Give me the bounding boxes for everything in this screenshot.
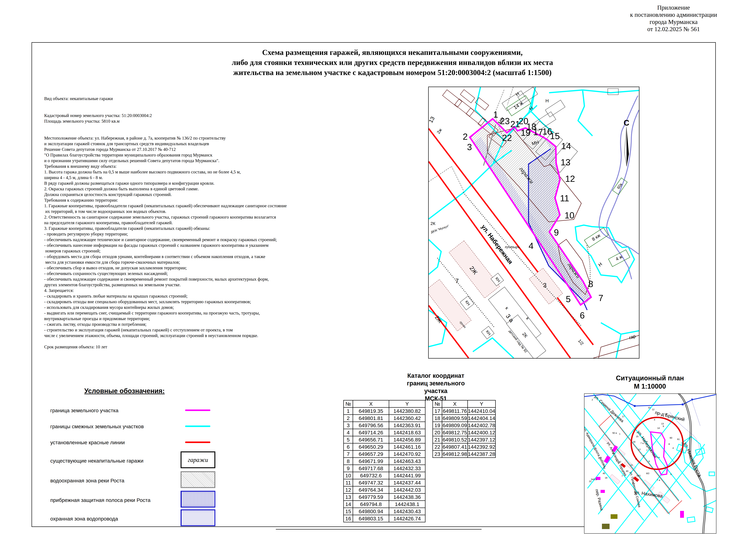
sitplan-number: 16: [603, 467, 605, 469]
coord-row: 15649800.941442430.43: [344, 508, 425, 515]
sitplan-number: 14: [664, 412, 667, 415]
coord-row: 22649807.411442392.92: [433, 443, 496, 451]
legend-swatch-coast: [180, 491, 215, 508]
map-vertex-number: 9: [554, 227, 559, 237]
coord-table-2-body: 17649811.761442410.0418649809.591442404.…: [433, 408, 496, 458]
coord-catalog-title: Каталог координат границ земельного учас…: [375, 372, 497, 402]
sitplan-map: ул. Семена Дежневапр-д Брянскийул. Нижня…: [584, 393, 716, 534]
sitplan-number: 45: [603, 472, 605, 475]
coord-row: 9649717.681442432.33: [344, 465, 425, 472]
coord-row: 20649812.751442400.12: [433, 429, 496, 436]
sitplan-number: 4: [672, 447, 674, 449]
map-region-label: 3: [543, 282, 547, 289]
sitplan-number: 12: [652, 408, 655, 411]
coord-row: 5649656.711442456.89: [344, 436, 425, 443]
sitplan-number: 44: [612, 452, 615, 455]
coord-row: 8649671.991442463.43: [344, 458, 425, 465]
sitplan-number: 7: [646, 449, 647, 452]
map-vertex-number: 7: [598, 293, 603, 303]
legend-swatch-red-line: [185, 441, 210, 443]
sitplan-number: 6: [649, 460, 650, 463]
legend-title: Условные обозначения:: [64, 387, 185, 395]
coord-table-1: № X Y 1649819.351442380.822649801.811442…: [343, 400, 425, 522]
sitplan-number: 11: [631, 464, 633, 466]
legend-label-adjacent: границы смежных земельных участков: [50, 424, 181, 430]
map-vertex-number: 6: [580, 310, 585, 320]
sitplan-number: 40: [626, 470, 629, 472]
sitplan-number: 7 а: [640, 442, 644, 444]
legend-swatch-waterzone: [180, 471, 215, 488]
object-info-text: Вид объекта: некапитальные гаражи Кадаст…: [44, 96, 372, 350]
catalog-title-line: участка: [375, 387, 497, 395]
legend-garage-sample-text: гаражи: [188, 456, 208, 464]
map-region-label: 1/2: [577, 338, 584, 346]
sitplan-number: 7 а: [657, 479, 660, 481]
map-vertex-number: 13: [561, 157, 571, 167]
coord-row: 18649809.591442404.14: [433, 415, 496, 422]
map-region-label: 8 кж: [591, 233, 601, 242]
sitplan-number: 3 а: [657, 456, 660, 459]
sitplan-number: 20: [598, 457, 601, 459]
page-title: Схема размещения гаражей, являющихся нек…: [68, 47, 716, 77]
col-header-y: Y: [389, 400, 425, 408]
col-header-x: X: [442, 400, 468, 408]
title-line: Схема размещения гаражей, являющихся нек…: [68, 47, 716, 57]
map-region-label: С: [624, 118, 629, 127]
coord-row: 1649819.351442380.82: [344, 408, 425, 415]
sitplan-title-line: М 1:10000: [584, 382, 716, 390]
map-vertex-number: 11: [560, 193, 569, 203]
sitplan-svg: ул. Семена Дежневапр-д Брянскийул. Нижня…: [584, 394, 716, 533]
map-vertex-number: 1: [493, 109, 498, 119]
col-header-num: №: [433, 400, 442, 408]
site-plan-map: гаражигаражиМНМННННН14 ж8 кж4 ж60кпустыр…: [428, 87, 639, 358]
map-region-label: 13: [429, 115, 436, 124]
legend-swatch-adjacent-line: [185, 426, 210, 427]
sitplan-number: 1: [619, 433, 620, 435]
catalog-title-line: границ земельного: [375, 380, 497, 387]
legend-label-pipe: охранная зона водопровода: [50, 516, 181, 522]
coord-row: 11649747.321442437.44: [344, 479, 425, 486]
sitplan-number: 60: [670, 436, 672, 439]
sitplan-street-label: ул. Нижняя Роста: [683, 441, 703, 477]
sitplan-number: 22: [589, 480, 592, 483]
sitplan-number: 12: [638, 448, 641, 451]
title-line: жительства на земельном участке с кадаст…: [68, 68, 716, 77]
legend-swatch-pipe: [180, 509, 215, 526]
sitplan-location-circle: [631, 417, 683, 469]
col-header-num: №: [344, 400, 353, 408]
sitplan-street-label: ул. Адмирала флота Лобова: [584, 427, 607, 468]
legend-label-parcel: граница земельного участка: [50, 408, 181, 413]
col-header-y: Y: [468, 400, 496, 408]
map-vertex-number: 4: [528, 241, 533, 251]
sitplan-number: 14: [657, 427, 660, 429]
sitplan-street-label: ул. Набережная: [636, 430, 658, 459]
sitplan-number: 9: [635, 458, 636, 460]
coord-row: 17649811.761442410.04: [433, 408, 496, 415]
sitplan-number: 7: [622, 475, 623, 477]
legend-swatch-garage-box: гаражи: [180, 451, 215, 468]
map-vertex-number: 10: [565, 210, 575, 220]
sitplan-number: 17: [622, 415, 625, 418]
coord-row: 10649732.61442441.99: [344, 472, 425, 479]
sitplan-number: 50 а: [612, 432, 617, 434]
appendix-header: Приложение к постановлению администрации…: [585, 4, 756, 33]
map-region-label: пустырь: [505, 245, 520, 249]
map-vertex-number: 2: [463, 132, 468, 142]
legend-label-garages: существующие некапитальные гаражи: [50, 458, 181, 464]
coord-row: 4649714.261442418.63: [344, 429, 425, 436]
coord-row: 21649810.521442397.12: [433, 436, 496, 443]
col-header-x: X: [353, 400, 389, 408]
sitplan-number: 42: [619, 461, 621, 463]
legend-label-redlines: установленные красные линии: [50, 439, 181, 445]
sitplan-number: 8: [643, 454, 644, 457]
coord-row: 7649657.291442470.92: [344, 451, 425, 458]
coord-row: 23649812.981442387.28: [433, 451, 496, 458]
map-vertex-number: 23: [500, 116, 510, 126]
appendix-line: к постановлению администрации: [585, 11, 756, 18]
map-region-label: 7: [455, 278, 459, 284]
map-vertex-number: 22: [502, 133, 512, 143]
north-arrow-icon: [625, 127, 629, 166]
coord-row: 14649794.81442438.1: [344, 501, 425, 508]
map-region-label: 2ж: [436, 127, 443, 135]
map-vertex-number: 21: [510, 119, 520, 129]
